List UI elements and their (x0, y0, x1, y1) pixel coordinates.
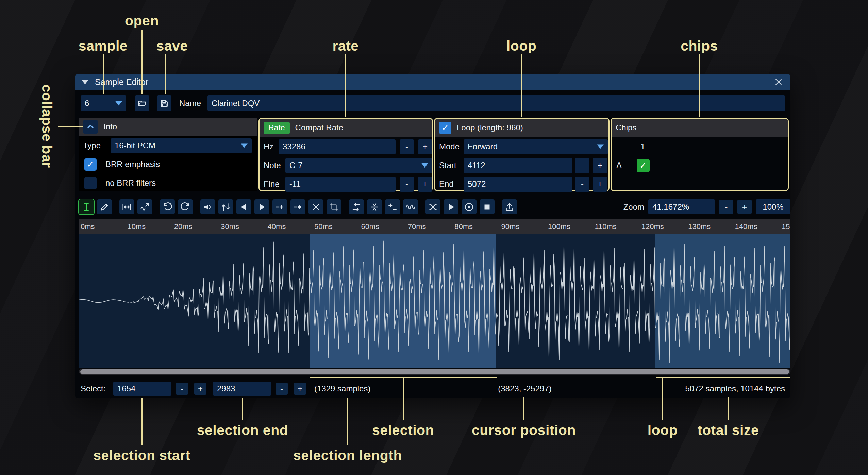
normalize-button[interactable] (218, 199, 233, 214)
loop-mode-value: Forward (468, 142, 498, 152)
selection-length-text: (1329 samples) (314, 382, 370, 396)
loop-start-label: Start (439, 158, 456, 173)
toolbar-group (349, 199, 418, 214)
loop-start-input[interactable]: 4112 (464, 158, 572, 173)
ruler-label: 40ms (268, 222, 286, 231)
ruler-label: 120ms (641, 222, 664, 231)
ruler-label: 70ms (408, 222, 426, 231)
selection-end-minus-button[interactable]: - (276, 383, 288, 395)
redo-button[interactable] (178, 199, 193, 214)
hz-plus-button[interactable]: + (418, 139, 432, 154)
info-header: Info (79, 118, 257, 136)
chip-enable-checkbox[interactable]: ✓ (637, 159, 650, 172)
loop-start-value: 4112 (468, 161, 485, 170)
ruler-label: 100ms (548, 222, 570, 231)
loop-end-input[interactable]: 5072 (464, 177, 572, 192)
check-icon: ✓ (441, 123, 449, 133)
check-icon: ✓ (639, 160, 647, 171)
ruler-label: 10ms (127, 222, 146, 231)
fine-minus-button[interactable]: - (400, 177, 414, 192)
window-title: Sample Editor (95, 77, 148, 87)
open-button[interactable] (135, 95, 149, 111)
folder-open-icon (137, 99, 147, 108)
filter-button[interactable] (403, 199, 418, 214)
resample-button[interactable] (137, 199, 152, 214)
crossfade-button[interactable] (425, 199, 440, 214)
chevron-down-icon (597, 145, 604, 149)
loop-header-label: Loop (length: 960) (457, 123, 523, 133)
hz-input[interactable]: 33286 (279, 139, 396, 154)
chevron-down-icon (421, 163, 428, 168)
loop-start-minus-button[interactable]: - (575, 158, 589, 173)
selection-end-plus-button[interactable]: + (294, 383, 306, 395)
undo-button[interactable] (160, 199, 175, 214)
close-icon[interactable] (773, 76, 784, 88)
loop-end-minus-button[interactable]: - (575, 177, 589, 192)
reverse-button[interactable] (349, 199, 364, 214)
preview-loop-button[interactable] (462, 199, 477, 214)
loop-mode-select[interactable]: Forward (464, 139, 608, 154)
ruler-label: 0ms (81, 222, 95, 231)
fade-in-button[interactable] (236, 199, 251, 214)
sample-number-select[interactable]: 6 (81, 95, 126, 111)
collapse-bar-button[interactable] (83, 120, 98, 134)
chevron-down-icon (241, 144, 248, 148)
name-value: Clarinet DQV (212, 99, 260, 108)
brr-emphasis-checkbox[interactable]: ✓ (84, 158, 97, 171)
note-select[interactable]: C-7 (285, 158, 432, 173)
apply-silence-button[interactable] (290, 199, 305, 214)
type-select[interactable]: 16-bit PCM (111, 138, 252, 153)
preview-button[interactable] (444, 199, 458, 214)
hz-minus-button[interactable]: - (400, 139, 414, 154)
zoom-reset-button[interactable]: 100% (756, 199, 790, 214)
zoom-in-button[interactable]: + (737, 200, 752, 214)
name-input[interactable]: Clarinet DQV (207, 95, 785, 111)
check-icon: ✓ (87, 159, 94, 170)
note-label: Note (264, 158, 281, 173)
import-button[interactable] (502, 199, 517, 214)
sign-button[interactable] (385, 199, 400, 214)
save-button[interactable] (157, 95, 171, 111)
window-collapse-icon[interactable] (81, 80, 89, 84)
scrollbar-thumb[interactable] (80, 369, 789, 374)
insert-silence-button[interactable] (272, 199, 287, 214)
total-size-text: 5072 samples, 10144 bytes (685, 382, 785, 396)
fine-input[interactable]: -11 (285, 177, 396, 192)
select-button[interactable] (79, 199, 94, 214)
fine-plus-button[interactable]: + (418, 177, 432, 192)
invert-button[interactable] (367, 199, 382, 214)
toolbar-group (79, 199, 112, 214)
fine-label: Fine (264, 177, 280, 192)
draw-button[interactable] (97, 199, 112, 214)
zoom-cluster: Zoom 41.1672% - + 100% (623, 199, 790, 214)
resize-button[interactable] (119, 199, 134, 214)
selection-start-minus-button[interactable]: - (176, 383, 188, 395)
stop-button[interactable] (480, 199, 495, 214)
selection-start-plus-button[interactable]: + (194, 383, 206, 395)
type-label: Type (83, 138, 101, 153)
selection-end-input[interactable]: 2983 (213, 382, 271, 396)
chevron-down-icon (115, 101, 122, 106)
ruler-label: 30ms (221, 222, 239, 231)
ruler-label: 20ms (174, 222, 193, 231)
selection-start-input[interactable]: 1654 (113, 382, 171, 396)
loop-start-plus-button[interactable]: + (593, 158, 607, 173)
sample-editor-window: Sample Editor 6 Name Clarinet DQV Info T… (75, 74, 790, 398)
toolbar-group (160, 199, 193, 214)
hz-value: 33286 (283, 142, 305, 152)
note-value: C-7 (289, 161, 303, 170)
zoom-out-button[interactable]: - (719, 200, 733, 214)
waveform-view[interactable] (79, 234, 790, 368)
toolbar-group (502, 199, 517, 214)
loop-end-plus-button[interactable]: + (593, 177, 607, 192)
fade-out-button[interactable] (254, 199, 269, 214)
delete-button[interactable] (308, 199, 323, 214)
no-brr-filters-checkbox[interactable] (84, 177, 97, 189)
horizontal-scrollbar[interactable] (79, 369, 790, 375)
mode-label: Mode (439, 139, 460, 154)
zoom-input[interactable]: 41.1672% (648, 199, 715, 214)
trim-button[interactable] (327, 199, 341, 214)
toolbar-group (200, 199, 341, 214)
amplify-button[interactable] (200, 199, 215, 214)
loop-enabled-checkbox[interactable]: ✓ (439, 122, 451, 134)
